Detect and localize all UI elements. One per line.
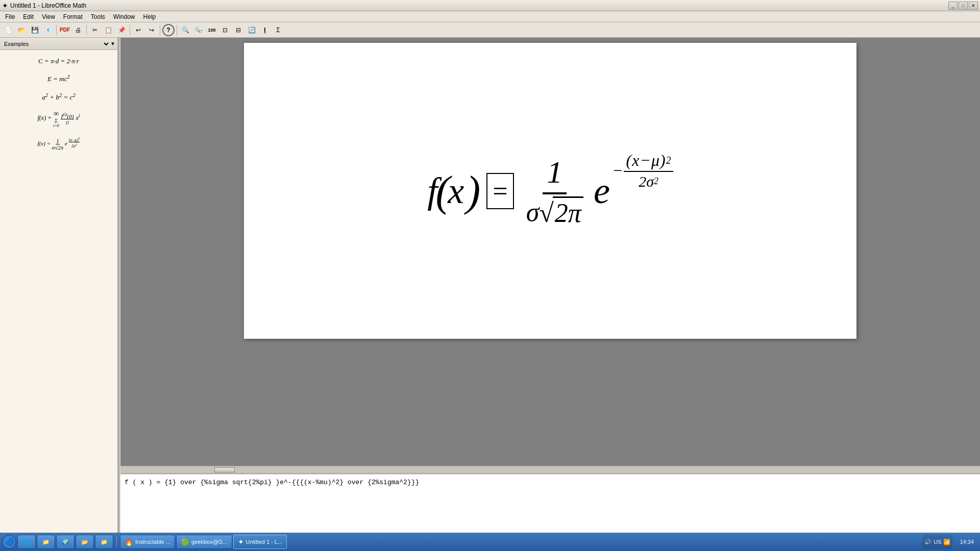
instructable-label: Instructable ... [135,539,170,545]
exp-numerator: ( x − μ ) 2 [624,151,673,172]
main-fraction: 1 σ √ 2π [522,154,587,228]
zoom-in-button[interactable]: 🔍 [179,24,191,36]
minimize-button[interactable]: _ [948,2,958,10]
x-exp: x [632,151,639,170]
pdf-button[interactable]: PDF [59,24,71,36]
formula-display-area: f ( x ) = 1 σ √ [407,141,693,241]
formula-x: x [448,170,464,212]
menu-view[interactable]: View [38,12,59,21]
refresh-button[interactable]: 🔄 [246,24,258,36]
exp-denominator: 2σ2 [636,172,660,190]
copy-button[interactable]: 📋 [102,24,114,36]
math-canvas: f ( x ) = 1 σ √ [244,43,856,339]
horizontal-scrollbar[interactable] [120,466,980,473]
sqrt-content: 2π [553,196,583,228]
help-button[interactable]: ? [162,24,175,36]
new-button[interactable]: 📄 [2,24,14,36]
taskbar-app-browser[interactable]: 🌐 [17,535,36,549]
sys-tray-area: 🔊 US 📶 [922,535,952,549]
list-item[interactable]: C = π·d = 2·π·r [2,54,115,68]
clock: 14:34 [955,539,978,545]
libreoffice-label: Untitled 1 - L... [246,539,283,545]
menu-file[interactable]: File [1,12,19,21]
open-button[interactable]: 📂 [15,24,28,36]
zoom-out-button[interactable]: 🔍- [192,24,205,36]
formula-e: e [594,170,610,212]
close-button[interactable]: ✕ [969,2,978,10]
exp-fraction: ( x − μ ) 2 2σ2 [624,151,673,190]
toolbar-separator-3 [130,25,130,35]
title-bar: ✦ Untitled 1 - LibreOffice Math _ □ ✕ [0,0,980,11]
taskbar-window-instructable[interactable]: 🔥 Instructable ... [120,535,175,549]
sidebar: Examples ▼ C = π·d = 2·π·r E = mc2 a2 + … [0,38,118,537]
keyboard-layout: US [934,539,941,545]
main-layout: Examples ▼ C = π·d = 2·π·r E = mc2 a2 + … [0,38,980,537]
list-item[interactable]: f(x) = 1σ√2π e (x−μ)22σ2 [2,133,115,154]
squared-exp: 2 [666,155,671,166]
scrollbar-thumb[interactable] [214,467,235,472]
save-button[interactable]: 💾 [29,24,41,36]
taskbar-window-geekbox[interactable]: 🟢 geekbox@G... [176,535,232,549]
start-button[interactable]: 🔵 [2,535,16,549]
formula-cursor-button[interactable]: Σ [272,24,284,36]
volume-icon: 🔊 [924,539,932,545]
canvas-area: f ( x ) = 1 σ √ [120,38,980,466]
menu-edit[interactable]: Edit [19,12,38,21]
send-button[interactable]: 📧 [42,24,54,36]
print-button[interactable]: 🖨 [72,24,84,36]
right-paren: ) [466,166,480,216]
maximize-button[interactable]: □ [959,2,968,10]
formula-display: E = mc2 [47,75,70,83]
exponent-top: − ( x − μ ) 2 [612,151,673,190]
taskbar-app-folder[interactable]: 📂 [76,535,94,549]
exponent-group: − ( x − μ ) 2 [612,151,673,190]
taskbar-app-globe[interactable]: 🌍 [56,535,75,549]
window-title: Untitled 1 - LibreOffice Math [10,2,86,9]
taskbar: 🔵 🌐 📁 🌍 📂 📁 🔥 Instructable ... 🟢 geekbox… [0,533,980,551]
system-tray: 🔊 US 📶 14:34 [922,535,978,549]
menu-help[interactable]: Help [139,12,160,21]
sidebar-content: C = π·d = 2·π·r E = mc2 a2 + b2 = c2 f(x… [0,50,117,537]
cursor-button[interactable]: I [259,24,271,36]
start-icon: 🔵 [5,538,14,546]
cut-button[interactable]: ✂ [89,24,101,36]
toolbar-separator-2 [86,25,87,35]
formula-display: f(x) = ∞Σi=0 f(i)(0)i! xi [37,114,80,121]
signal-icon: 📶 [943,539,950,545]
menu-format[interactable]: Format [59,12,87,21]
paste-button[interactable]: 📌 [115,24,128,36]
formula-editor[interactable] [120,474,980,535]
content-wrapper: f ( x ) = 1 σ √ [120,38,980,537]
fraction-denominator: σ √ 2π [522,194,587,228]
app-icon: ✦ [2,2,8,10]
title-left: ✦ Untitled 1 - LibreOffice Math [2,2,86,10]
window-controls[interactable]: _ □ ✕ [948,2,978,10]
taskbar-window-libreoffice[interactable]: ✦ Untitled 1 - L... [233,535,287,549]
list-item[interactable]: a2 + b2 = c2 [2,88,115,104]
redo-button[interactable]: ↪ [145,24,158,36]
editor-container [120,473,980,537]
taskbar-app-folder2[interactable]: 📁 [95,535,113,549]
toolbar: 📄 📂 💾 📧 PDF 🖨 ✂ 📋 📌 ↩ ↪ ? 🔍 🔍- 100 ⊡ ⊟ 🔄… [0,22,980,38]
close-paren-exp: ) [660,151,666,170]
taskbar-app-files[interactable]: 📁 [37,535,55,549]
list-item[interactable]: f(x) = ∞Σi=0 f(i)(0)i! xi [2,107,115,131]
fit-width-button[interactable]: ⊟ [232,24,244,36]
fit-page-button[interactable]: ⊡ [219,24,231,36]
minus-sign: − [612,161,623,180]
examples-dropdown[interactable]: Examples [2,40,110,47]
undo-button[interactable]: ↩ [132,24,144,36]
instructable-icon: 🔥 [125,538,133,546]
sidebar-header: Examples ▼ [0,38,117,50]
list-item[interactable]: E = mc2 [2,70,115,86]
toolbar-separator-1 [56,25,57,35]
menu-bar: File Edit View Format Tools Window Help [0,11,980,22]
menu-window[interactable]: Window [109,12,139,21]
sqrt-group: √ 2π [539,196,583,228]
fraction-numerator: 1 [543,154,567,194]
open-paren-exp: ( [626,151,631,170]
zoom-100-button[interactable]: 100 [206,24,218,36]
geekbox-icon: 🟢 [181,538,189,546]
menu-tools[interactable]: Tools [87,12,109,21]
geekbox-label: geekbox@G... [191,539,227,545]
